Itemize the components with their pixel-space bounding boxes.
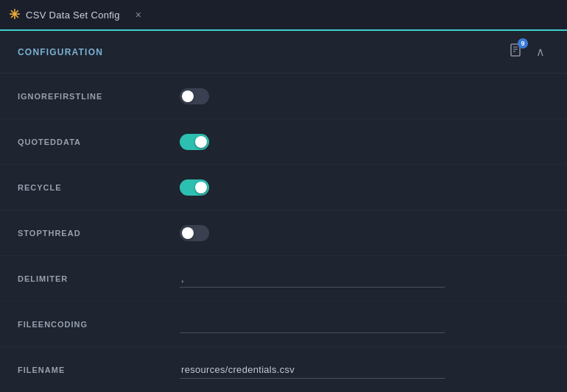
label-ignorefirstline: IGNOREFIRSTLINE xyxy=(18,92,180,101)
title-bar: ✳ CSV Data Set Config × xyxy=(0,0,567,31)
toggle-recycle[interactable] xyxy=(180,179,209,196)
label-stopthread: STOPTHREAD xyxy=(18,229,180,238)
label-delimiter: DELIMITER xyxy=(18,274,180,283)
config-row-filename: FILENAME xyxy=(0,347,567,392)
input-delimiter[interactable] xyxy=(180,270,445,288)
label-filename: FILENAME xyxy=(18,366,180,374)
app-icon: ✳ xyxy=(9,7,20,23)
config-panel: CONFIGURATION 9 ∧ IGNOREFIRSTLINEQUOTEDD… xyxy=(0,31,567,392)
config-row-ignorefirstline: IGNOREFIRSTLINE xyxy=(0,74,567,119)
close-button[interactable]: × xyxy=(132,7,145,22)
toggle-ignorefirstline[interactable] xyxy=(180,88,209,104)
input-filename[interactable] xyxy=(180,361,445,379)
section-header: CONFIGURATION 9 ∧ xyxy=(0,31,567,74)
label-fileencoding: FILEENCODING xyxy=(18,320,180,329)
section-actions: 9 ∧ xyxy=(507,41,549,63)
config-row-fileencoding: FILEENCODING xyxy=(0,302,567,347)
window-title: CSV Data Set Config xyxy=(26,10,120,21)
config-row-delimiter: DELIMITER xyxy=(0,256,567,302)
config-rows: IGNOREFIRSTLINEQUOTEDDATARECYCLESTOPTHRE… xyxy=(0,74,567,392)
config-row-quoteddata: QUOTEDDATA xyxy=(0,119,567,165)
toggle-quoteddata[interactable] xyxy=(180,134,209,150)
label-quoteddata: QUOTEDDATA xyxy=(18,138,180,146)
input-fileencoding[interactable] xyxy=(180,316,445,333)
section-title: CONFIGURATION xyxy=(18,47,103,57)
badge-count: 9 xyxy=(518,38,528,49)
config-row-recycle: RECYCLE xyxy=(0,165,567,210)
config-row-stopthread: STOPTHREAD xyxy=(0,210,567,256)
bookmark-button[interactable]: 9 xyxy=(507,41,524,63)
toggle-stopthread[interactable] xyxy=(180,225,209,241)
label-recycle: RECYCLE xyxy=(18,183,180,192)
collapse-button[interactable]: ∧ xyxy=(532,43,549,60)
